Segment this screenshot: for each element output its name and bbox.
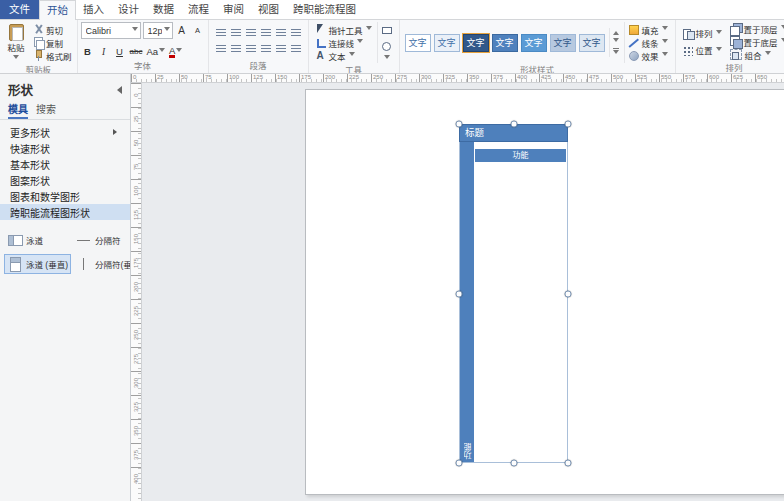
drawing-page[interactable]: 标题 功能 功能 xyxy=(305,89,784,495)
change-case-button[interactable]: Aa xyxy=(145,44,166,59)
bullets-button[interactable] xyxy=(214,25,228,40)
sidebar-item-more-shapes[interactable]: 更多形状 xyxy=(0,124,130,140)
align-top-button[interactable] xyxy=(244,25,258,40)
font-family-select[interactable]: Calibri xyxy=(81,22,141,39)
effects-button[interactable]: 效果 xyxy=(627,49,670,62)
gallery-down-icon[interactable] xyxy=(613,38,619,45)
collapse-panel-icon[interactable] xyxy=(113,86,122,94)
paragraph-content xyxy=(209,20,308,61)
shapes-panel-tabs: 模具搜索 xyxy=(0,102,130,120)
swimlane-side-band[interactable]: 功能 xyxy=(460,142,474,462)
shrink-font-button[interactable]: A xyxy=(191,23,205,38)
shape-style-swatch-5[interactable]: 文字 xyxy=(521,34,547,52)
stencil-shape-swimlane-horizontal[interactable]: 泳道 xyxy=(4,230,71,250)
shape-style-swatch-3[interactable]: 文字 xyxy=(463,34,489,52)
selection-handle[interactable] xyxy=(565,121,572,128)
numbering-button[interactable] xyxy=(229,25,243,40)
shape-style-swatch-1[interactable]: 文字 xyxy=(405,34,431,52)
italic-button[interactable]: I xyxy=(97,44,111,59)
fill-button[interactable]: 填充 xyxy=(627,23,670,36)
sidebar-item-basic-shapes[interactable]: 基本形状 xyxy=(0,156,130,172)
sidebar-item-quick-shapes[interactable]: 快速形状 xyxy=(0,140,130,156)
lane-header[interactable]: 功能 xyxy=(475,149,566,162)
font-size-select[interactable]: 12pt xyxy=(143,22,173,39)
shapes-panel-header: 形状 xyxy=(0,74,130,102)
drawing-canvas[interactable]: 标题 功能 功能 xyxy=(142,83,784,501)
align-center-button[interactable] xyxy=(229,41,243,56)
chevron-down-icon[interactable] xyxy=(384,55,390,62)
panel-tab-stencils[interactable]: 模具 xyxy=(8,102,28,119)
position-button[interactable]: 位置 xyxy=(680,44,724,57)
text-tool-button[interactable]: A文本 xyxy=(313,49,374,62)
paste-button[interactable]: 粘贴 xyxy=(3,22,29,63)
tab-home[interactable]: 开始 xyxy=(39,0,76,20)
gallery-up-icon[interactable] xyxy=(613,28,619,35)
line-button[interactable]: 线条 xyxy=(627,36,670,49)
lane-content[interactable]: 功能 xyxy=(474,142,567,462)
sidebar-item-cross-functional-flowchart-shapes[interactable]: 跨职能流程图形状 xyxy=(0,204,130,220)
bring-to-front-button[interactable]: 置于顶层 xyxy=(728,22,784,35)
basic-shapes-label: 基本形状 xyxy=(10,157,50,172)
font-color-button[interactable]: A xyxy=(168,44,183,59)
ruler-number: 425 xyxy=(541,74,551,80)
cut-button[interactable]: 剪切 xyxy=(31,23,74,36)
selection-handle[interactable] xyxy=(565,460,572,467)
chevron-down-icon xyxy=(781,38,784,45)
copy-button[interactable]: 复制 xyxy=(31,36,74,49)
ruler-number: 125 xyxy=(253,74,263,80)
font-group-label: 字体 xyxy=(78,61,208,73)
panel-tab-search[interactable]: 搜索 xyxy=(36,102,56,119)
gallery-more-button[interactable] xyxy=(613,48,619,57)
align-left-button[interactable] xyxy=(214,41,228,56)
underline-button[interactable]: U xyxy=(113,44,127,59)
send-to-back-button[interactable]: 置于底层 xyxy=(728,35,784,48)
strikethrough-button[interactable]: abc xyxy=(129,44,144,59)
ellipse-tool-button[interactable] xyxy=(380,39,394,54)
align-right-button[interactable] xyxy=(244,41,258,56)
stencil-shape-separator-vertical[interactable]: 分隔符(垂直) xyxy=(73,254,131,274)
selection-handle[interactable] xyxy=(456,121,463,128)
selection-handle[interactable] xyxy=(510,121,517,128)
selection-handle[interactable] xyxy=(456,290,463,297)
align-bottom-button[interactable] xyxy=(274,25,288,40)
swimlane-shape[interactable]: 标题 功能 功能 xyxy=(459,124,568,463)
decrease-indent-button[interactable] xyxy=(274,41,288,56)
tab-process[interactable]: 流程 xyxy=(181,0,216,19)
rectangle-tool-button[interactable] xyxy=(380,23,394,38)
shape-style-swatch-4[interactable]: 文字 xyxy=(492,34,518,52)
arrange-button[interactable]: 排列 xyxy=(680,27,724,40)
tab-insert[interactable]: 插入 xyxy=(76,0,111,19)
tab-review[interactable]: 审阅 xyxy=(216,0,251,19)
shape-style-swatch-2[interactable]: 文字 xyxy=(434,34,460,52)
align-middle-button[interactable] xyxy=(259,25,273,40)
send-to-back-label: 置于底层 xyxy=(744,36,778,48)
grow-font-button[interactable]: A xyxy=(175,23,189,38)
selection-handle[interactable] xyxy=(565,290,572,297)
bold-button[interactable]: B xyxy=(81,44,95,59)
increase-indent-button[interactable] xyxy=(289,41,303,56)
ruler-number: 25 xyxy=(157,74,164,80)
justify-button[interactable] xyxy=(259,41,273,56)
format-painter-label: 格式刷 xyxy=(46,50,72,62)
sidebar-item-pattern-shapes[interactable]: 图案形状 xyxy=(0,172,130,188)
stencil-shape-swimlane-vertical[interactable]: 泳道 (垂直) xyxy=(4,254,71,274)
tab-view[interactable]: 视图 xyxy=(251,0,286,19)
format-painter-button[interactable]: 格式刷 xyxy=(31,49,74,62)
pointer-tool-button[interactable]: 指针工具 xyxy=(313,23,374,36)
chevron-down-icon xyxy=(357,39,363,46)
selection-handle[interactable] xyxy=(510,460,517,467)
stencil-shape-separator-horizontal[interactable]: 分隔符 xyxy=(73,230,131,250)
ruler-tick: 0 xyxy=(131,83,141,107)
selection-handle[interactable] xyxy=(456,460,463,467)
shape-style-swatch-6[interactable]: 文字 xyxy=(550,34,576,52)
text-direction-button[interactable] xyxy=(289,25,303,40)
connector-button[interactable]: 连接线 xyxy=(313,36,374,49)
ruler-tick: 600 xyxy=(707,74,731,82)
sidebar-item-chart-math-shapes[interactable]: 图表和数学图形 xyxy=(0,188,130,204)
tab-design[interactable]: 设计 xyxy=(111,0,146,19)
tab-cross-functional-flowchart[interactable]: 跨职能流程图 xyxy=(286,0,363,19)
shape-style-swatch-7[interactable]: 文字 xyxy=(579,34,605,52)
group-button[interactable]: 组合 xyxy=(728,48,784,61)
tab-data[interactable]: 数据 xyxy=(146,0,181,19)
tab-file[interactable]: 文件 xyxy=(0,0,39,19)
